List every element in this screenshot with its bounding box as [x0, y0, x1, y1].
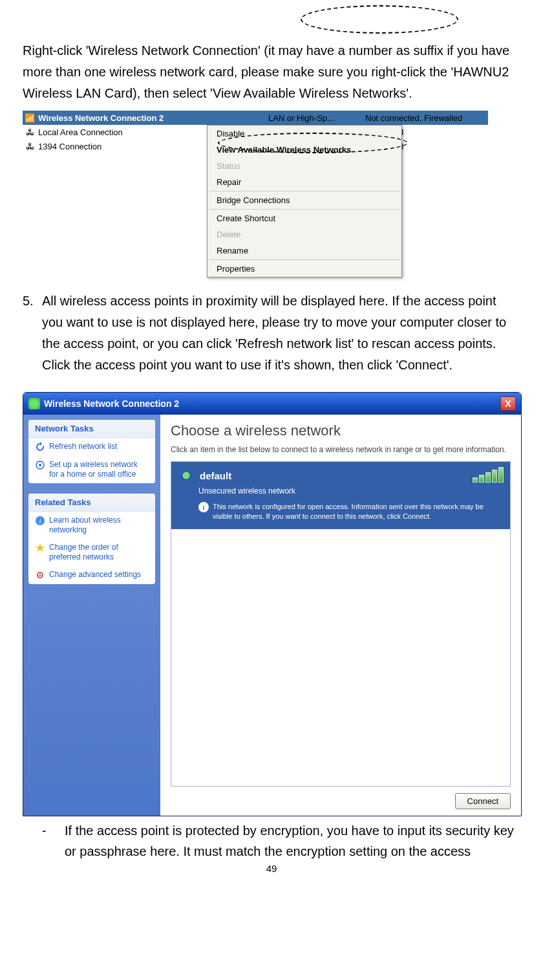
page-number: 49 [23, 863, 520, 874]
star-icon [35, 543, 45, 553]
sidebar-item-label: Change the order of preferred networks [49, 543, 149, 562]
bullet-text: If the access point is protected by encr… [65, 820, 520, 862]
sidebar-item-label: Change advanced settings [49, 570, 141, 580]
sidebar-item-label: Set up a wireless network for a home or … [49, 460, 149, 479]
connection-status: Not connected, Firewalled [365, 113, 488, 123]
svg-text:i: i [39, 517, 41, 525]
network-item[interactable]: default Unsecured wireless network i Thi… [171, 462, 510, 529]
menu-item-disable[interactable]: Disable [208, 125, 401, 142]
menu-item-properties[interactable]: Properties [208, 261, 401, 277]
network-ssid: default [200, 470, 231, 481]
sidebar-item-label: Refresh network list [49, 442, 117, 452]
svg-point-1 [39, 464, 41, 466]
bullet-item: - If the access point is protected by en… [23, 820, 520, 862]
menu-separator [209, 259, 400, 260]
connection-row-selected[interactable]: 📶 Wireless Network Connection 2 LAN or H… [23, 111, 488, 125]
menu-separator [209, 191, 400, 191]
step-5: 5. All wireless access points in proximi… [23, 290, 520, 376]
connect-button[interactable]: Connect [455, 793, 511, 809]
lan-icon: 🖧 [23, 127, 37, 137]
warning-icon: i [198, 502, 209, 512]
dialog-main: Choose a wireless network Click an item … [160, 415, 521, 816]
connection-name: Wireless Network Connection 2 [37, 113, 268, 123]
menu-item-delete: Delete [208, 226, 401, 243]
info-icon: i [35, 516, 45, 526]
panel-header: Related Tasks [28, 494, 155, 512]
signal-icon [179, 468, 193, 483]
menu-item-repair[interactable]: Repair [208, 174, 401, 190]
dialog-heading: Choose a wireless network [171, 422, 511, 439]
sidebar-item-learn[interactable]: i Learn about wireless networking [28, 512, 155, 539]
dialog-titlebar: Wireless Network Connection 2 X [23, 393, 521, 415]
step-text: All wireless access points in proximity … [42, 290, 520, 376]
svg-point-6 [39, 574, 41, 576]
step-number: 5. [23, 290, 42, 376]
gear-icon [35, 570, 45, 580]
sidebar: Network Tasks Refresh network list Set u… [23, 415, 160, 816]
menu-separator [209, 209, 400, 210]
menu-item-rename[interactable]: Rename [208, 243, 401, 259]
sidebar-item-refresh[interactable]: Refresh network list [28, 438, 155, 456]
setup-icon [35, 460, 45, 470]
paragraph-intro: Right-click 'Wireless Network Connection… [23, 40, 520, 104]
firewire-icon: 🖧 [23, 142, 37, 151]
refresh-icon [35, 442, 45, 452]
dialog-title: Wireless Network Connection 2 [44, 398, 500, 409]
signal-bars-icon [473, 467, 504, 483]
annotation-ellipse-top [301, 5, 458, 34]
bullet-dash: - [42, 820, 65, 862]
network-list: default Unsecured wireless network i Thi… [171, 461, 511, 787]
network-warning-text: This network is configured for open acce… [213, 502, 502, 521]
menu-item-view-networks[interactable]: View Available Wireless Networks [208, 142, 401, 158]
sidebar-item-label: Learn about wireless networking [49, 516, 149, 535]
screenshot-wireless-dialog: Wireless Network Connection 2 X Network … [23, 392, 522, 816]
network-security: Unsecured wireless network [198, 486, 502, 495]
connection-type: LAN or High-Sp... [268, 113, 365, 123]
screenshot-context-menu: 📶 Wireless Network Connection 2 LAN or H… [23, 111, 488, 278]
dialog-hint: Click an item in the list below to conne… [171, 444, 511, 455]
menu-item-bridge[interactable]: Bridge Connections [208, 192, 401, 208]
related-tasks-panel: Related Tasks i Learn about wireless net… [28, 494, 155, 584]
svg-marker-4 [36, 543, 45, 552]
network-tasks-panel: Network Tasks Refresh network list Set u… [28, 420, 155, 483]
context-menu: Disable View Available Wireless Networks… [207, 125, 402, 278]
sidebar-item-setup[interactable]: Set up a wireless network for a home or … [28, 456, 155, 483]
wireless-icon [28, 398, 40, 409]
panel-header: Network Tasks [28, 420, 155, 438]
menu-item-status: Status [208, 158, 401, 174]
sidebar-item-advanced[interactable]: Change advanced settings [28, 566, 155, 584]
sidebar-item-order[interactable]: Change the order of preferred networks [28, 539, 155, 566]
menu-item-shortcut[interactable]: Create Shortcut [208, 210, 401, 226]
network-warning: i This network is configured for open ac… [198, 502, 502, 521]
close-button[interactable]: X [500, 397, 516, 411]
wireless-icon: 📶 [23, 113, 37, 123]
